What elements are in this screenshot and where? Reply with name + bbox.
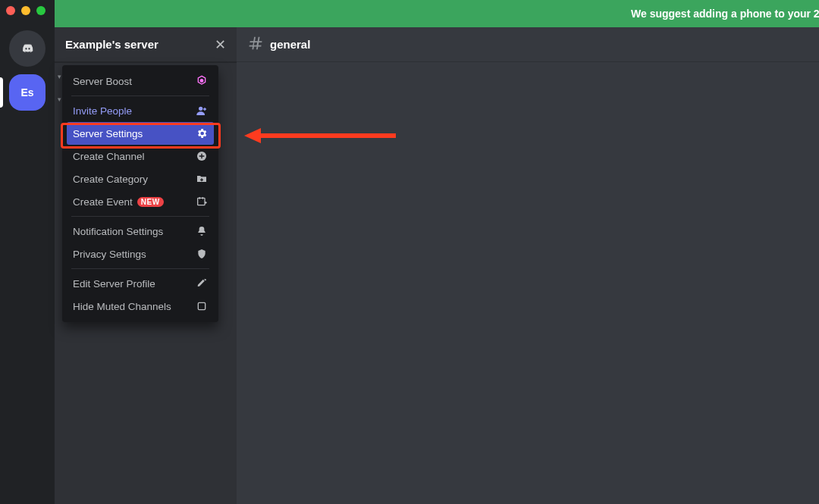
menu-item-server-boost[interactable]: Server Boost [67,70,214,92]
window-traffic-lights [0,0,55,21]
pencil-icon [196,277,208,290]
menu-label: Create Event [73,196,133,208]
menu-separator [71,268,209,269]
chevron-down-icon[interactable]: ▾ [58,95,61,103]
boost-icon [196,75,208,87]
menu-label: Hide Muted Channels [73,301,171,312]
menu-item-server-settings[interactable]: Server Settings [67,122,214,145]
hash-icon [247,35,264,55]
server-rail: Es [0,0,55,504]
menu-label: Server Boost [73,76,132,87]
server-abbr: Es [20,86,33,99]
menu-label: Server Settings [73,128,143,139]
menu-label: Privacy Settings [73,249,146,260]
folder-plus-icon [196,173,208,185]
close-window-button[interactable] [6,6,15,15]
two-factor-banner[interactable]: We suggest adding a phone to your 2 fact… [55,0,819,27]
new-badge: NEW [137,197,164,207]
close-icon[interactable]: ✕ [215,36,226,53]
menu-item-create-category[interactable]: Create Category [67,167,214,190]
checkbox-empty-icon [196,300,208,312]
server-dropdown-menu: Server Boost Invite People Server Settin… [62,65,218,322]
svg-point-0 [199,107,202,111]
calendar-plus-icon [196,196,208,208]
menu-item-create-channel[interactable]: Create Channel [67,145,214,167]
menu-label: Notification Settings [73,226,163,237]
menu-item-create-event[interactable]: Create Event NEW [67,190,214,213]
plus-circle-icon [196,150,208,162]
invite-icon [196,105,208,117]
menu-separator [71,216,209,217]
menu-label: Create Category [73,174,148,185]
discord-logo-icon [21,42,33,55]
menu-item-privacy-settings[interactable]: Privacy Settings [67,243,214,265]
menu-item-hide-muted-channels[interactable]: Hide Muted Channels [67,295,214,318]
menu-label: Edit Server Profile [73,278,155,290]
bell-icon [196,225,208,237]
server-header[interactable]: Example's server ✕ [55,27,237,62]
menu-separator [71,95,209,96]
server-item-example[interactable]: Es [9,74,46,111]
menu-item-edit-server-profile[interactable]: Edit Server Profile [67,272,214,295]
shield-icon [196,248,208,260]
menu-label: Invite People [73,105,132,117]
menu-item-notification-settings[interactable]: Notification Settings [67,220,214,243]
channel-name: general [270,38,310,51]
chevron-down-icon[interactable]: ▾ [58,73,61,80]
svg-rect-3 [198,302,205,309]
zoom-window-button[interactable] [36,6,46,15]
chat-area [237,62,819,504]
svg-rect-2 [198,198,205,205]
gear-icon [196,127,208,139]
menu-label: Create Channel [73,151,145,162]
menu-item-invite-people[interactable]: Invite People [67,99,214,122]
banner-text: We suggest adding a phone to your 2 fact… [631,8,819,20]
channel-topbar: general [237,27,819,62]
minimize-window-button[interactable] [21,6,30,15]
server-name: Example's server [65,38,158,51]
home-button[interactable] [9,30,46,67]
